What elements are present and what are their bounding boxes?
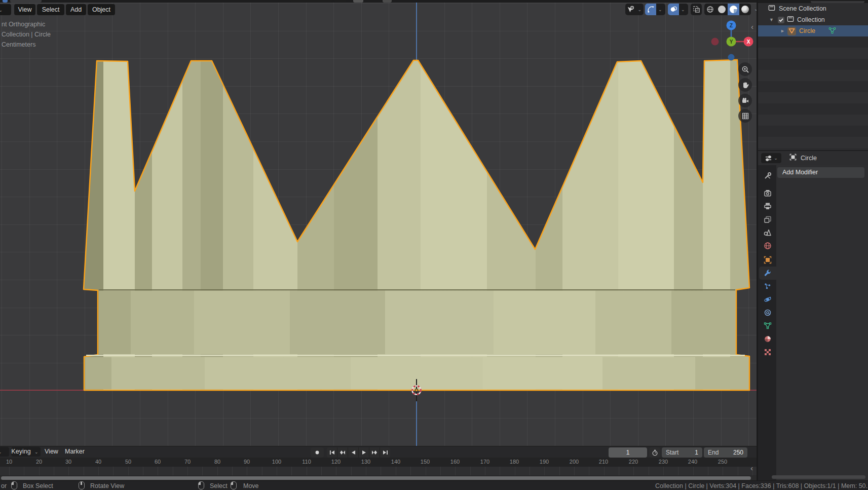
timeline-editor-type-dropdown[interactable]: k ⌄	[0, 447, 9, 457]
output-icon	[764, 202, 772, 210]
camera-view-icon	[741, 97, 749, 105]
stopwatch-icon	[652, 449, 658, 456]
mesh-data-icon[interactable]	[828, 27, 836, 35]
current-frame-field[interactable]: 1	[609, 447, 647, 458]
tab-modifiers-active[interactable]	[759, 267, 776, 280]
xray-toggle[interactable]	[691, 4, 702, 15]
tab-material[interactable]	[759, 332, 776, 346]
breadcrumb: Circle	[801, 155, 817, 162]
chevron-down-icon: ⌄	[656, 7, 664, 12]
topbar-widget-sliver	[334, 0, 346, 3]
rendered-shading-icon[interactable]	[739, 4, 751, 15]
timeline-ruler[interactable]: 10 20 30 40 50 60 70 80 90 100 110 120 1…	[0, 458, 757, 467]
gizmos-toggle[interactable]: ⌄	[645, 4, 665, 15]
sidebar-collapse-arrow[interactable]: ‹	[751, 24, 753, 30]
topbar-widget-sliver	[353, 0, 363, 3]
outliner-row-collection[interactable]: ▼ Collection	[758, 14, 868, 25]
gizmo-z-label: Z	[730, 23, 733, 28]
properties-header: ⌄ Circle	[758, 151, 868, 165]
mesh-circle-icon	[787, 27, 796, 35]
navigation-gizmo[interactable]: Z Y X	[707, 17, 757, 64]
gizmo-y-label: Y	[730, 39, 733, 45]
topbar-icon-sliver	[3, 0, 8, 3]
properties-scrollbar[interactable]	[772, 475, 865, 479]
collection-checkbox[interactable]	[778, 17, 784, 23]
tab-tool[interactable]	[759, 169, 776, 182]
mouse-middle-icon	[79, 481, 85, 490]
overlays-toggle[interactable]: ⌄	[668, 4, 688, 15]
jump-to-start-button[interactable]	[327, 447, 337, 458]
jump-to-end-icon	[383, 450, 388, 455]
disclosure-triangle-icon[interactable]: ▼	[769, 17, 774, 22]
object-visibility-dropdown[interactable]: ⌄	[625, 4, 644, 15]
mode-dropdown[interactable]: e ⌄	[0, 4, 11, 15]
properties-tab-strip	[758, 165, 776, 480]
timeline-track-area[interactable]	[0, 467, 757, 475]
texture-icon	[764, 348, 772, 356]
timeline-menu-marker[interactable]: Marker	[65, 447, 85, 457]
menu-select[interactable]: Select	[37, 4, 64, 15]
frame-start-field[interactable]: Start 1	[662, 447, 702, 458]
disclosure-triangle-icon[interactable]: ►	[780, 28, 785, 33]
timeline-collapse-arrow[interactable]: ‹	[750, 465, 753, 471]
use-preview-range-button[interactable]	[649, 447, 660, 458]
previous-keyframe-button[interactable]	[337, 447, 348, 458]
outliner-row-scene-collection[interactable]: Scene Collection	[758, 3, 868, 14]
status-hint-move: Move	[243, 481, 259, 490]
material-icon	[764, 335, 772, 343]
timeline-header: k ⌄ Keying ⌄ View Marker	[0, 446, 757, 458]
tab-texture[interactable]	[759, 346, 776, 359]
viewport-3d[interactable]: e ⌄ View Select Add Object nt Orthograph…	[0, 0, 757, 446]
pan-button[interactable]	[738, 78, 752, 92]
tab-output[interactable]	[759, 200, 776, 213]
jump-to-end-button[interactable]	[380, 447, 390, 458]
menu-object[interactable]: Object	[88, 4, 115, 15]
play-reverse-icon	[351, 450, 356, 455]
toggle-ortho-button[interactable]	[738, 109, 752, 123]
play-button[interactable]	[359, 447, 369, 458]
next-keyframe-button[interactable]	[369, 447, 380, 458]
menu-view[interactable]: View	[14, 4, 35, 15]
tab-world[interactable]	[759, 239, 776, 252]
timeline-menu-view[interactable]: View	[45, 447, 58, 457]
frame-end-field[interactable]: End 250	[704, 447, 747, 458]
topbar-widget-sliver	[383, 0, 392, 3]
chevron-down-icon: ⌄	[32, 449, 41, 455]
zoom-button[interactable]	[738, 62, 752, 76]
topbar-widget-sliver	[290, 0, 332, 3]
material-preview-icon[interactable]	[728, 4, 739, 15]
solid-shading-icon[interactable]	[716, 4, 728, 15]
tab-particles[interactable]	[759, 280, 776, 293]
tab-render[interactable]	[759, 186, 776, 200]
tool-icon	[764, 172, 772, 180]
jump-to-start-icon	[329, 450, 335, 455]
crown-mesh-object[interactable]	[0, 0, 757, 446]
menu-add[interactable]: Add	[66, 4, 86, 15]
tab-scene[interactable]	[759, 226, 776, 239]
tab-object-data[interactable]	[759, 319, 776, 332]
chevron-down-icon: ⌄	[635, 7, 644, 12]
shading-mode-group[interactable]	[704, 4, 751, 15]
camera-view-button[interactable]	[738, 94, 752, 107]
timeline-scrollbar-thumb[interactable]	[1, 476, 751, 480]
mouse-left-drag-icon	[11, 481, 17, 490]
ortho-grid-icon	[741, 112, 749, 120]
tab-object[interactable]	[759, 253, 776, 267]
status-fragment: or	[1, 481, 7, 490]
scene-icon	[764, 229, 772, 237]
play-reverse-button[interactable]	[348, 447, 359, 458]
outliner-row-circle[interactable]: ► Circle	[758, 25, 868, 36]
auto-keying-record-button[interactable]	[311, 447, 324, 458]
tab-physics[interactable]	[759, 293, 776, 306]
pan-hand-icon	[741, 81, 749, 89]
tab-constraints[interactable]	[759, 306, 776, 319]
timeline-scrollbar[interactable]	[0, 476, 757, 480]
add-modifier-button[interactable]: Add Modifier	[777, 167, 864, 178]
previous-keyframe-icon	[339, 450, 346, 455]
tab-view-layer[interactable]	[759, 213, 776, 226]
keying-dropdown[interactable]: Keying ⌄	[11, 447, 41, 457]
editor-type-dropdown[interactable]: ⌄	[761, 153, 781, 163]
blender-window: e ⌄ View Select Add Object nt Orthograph…	[0, 0, 868, 490]
collection-icon	[787, 16, 794, 24]
wireframe-shading-icon[interactable]	[704, 4, 716, 15]
